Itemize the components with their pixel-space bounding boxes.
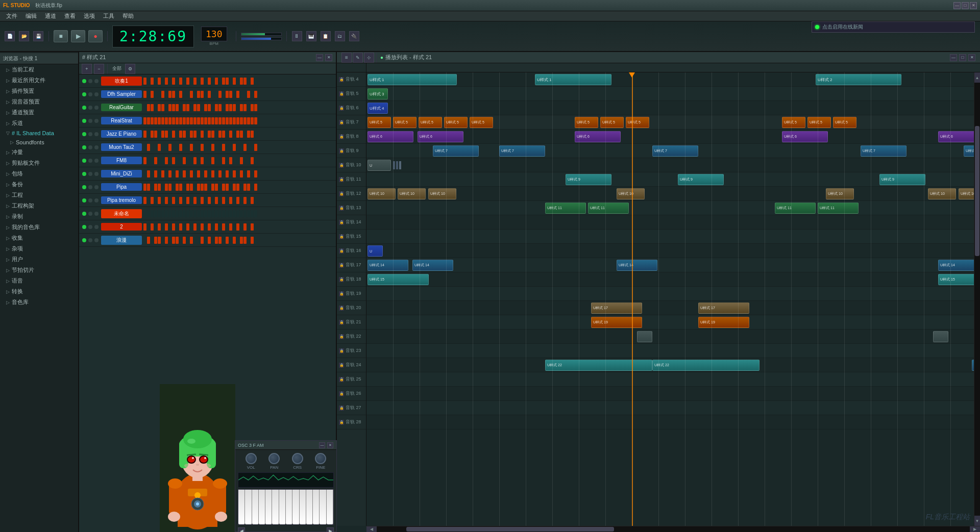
playlist-track-6[interactable]: U样式 4 (366, 101, 974, 115)
lock-icon[interactable]: 🔒 (339, 148, 344, 154)
channel-name-dfh[interactable]: Dfh Sampler (101, 90, 142, 98)
lock-icon[interactable]: 🔒 (339, 206, 344, 211)
scroll-thumb-h[interactable] (406, 527, 614, 531)
ch-solo-dot[interactable] (94, 198, 99, 202)
menu-tools[interactable]: 工具 (100, 11, 117, 21)
bpm-display[interactable]: 130 (201, 27, 227, 41)
pattern-u9-a[interactable]: U样式 9 (566, 174, 611, 185)
pan-knob[interactable] (268, 453, 280, 464)
ch-active-dot[interactable] (82, 106, 86, 110)
ch-steps-jazze[interactable] (143, 131, 334, 138)
scroll-up-arrow[interactable]: ▲ (974, 72, 980, 83)
playlist-track-25[interactable]: U样 24 (366, 372, 974, 387)
playlist-grid[interactable]: U样式 1 U样式 1 U样式 2 U样式 3 U样式 4 U样式 5 U样式 … (366, 72, 974, 526)
pattern-u10-d[interactable]: U样式 10 (617, 188, 645, 199)
pattern-u11-d[interactable]: U样式 11 (818, 202, 859, 214)
key-a2[interactable] (320, 490, 326, 524)
lock-icon[interactable]: 🔒 (339, 220, 344, 225)
maximize-button[interactable]: □ (962, 2, 969, 9)
pl-menu-icon[interactable]: ≡ (341, 53, 352, 63)
fine-knob[interactable] (315, 453, 326, 464)
ch-solo-dot[interactable] (94, 225, 99, 229)
ch-active-dot[interactable] (82, 119, 86, 123)
pattern-u23[interactable]: U样式 23 (972, 360, 974, 371)
pattern-u4[interactable]: U样式 4 (368, 103, 388, 114)
ch-active-dot[interactable] (82, 172, 86, 176)
sidebar-item-tracks[interactable]: ▷ 乐道 (0, 118, 78, 129)
pattern-u14-a[interactable]: U样式 14 (368, 260, 408, 271)
playlist-track-9[interactable]: U样式 7 U样式 7 U样式 7 U样式 7 U样式 7 (366, 144, 974, 158)
pattern-u5-h[interactable]: U样式 5 (626, 117, 649, 128)
pattern-u5-i[interactable]: U样式 5 (782, 117, 805, 128)
lock-icon[interactable]: 🔒 (339, 106, 344, 111)
pattern-u8[interactable]: U (368, 160, 391, 171)
scroll-right-arrow[interactable]: ▶ (970, 526, 980, 532)
pattern-u5-b[interactable]: U样式 5 (393, 117, 416, 128)
ch-mute-dot[interactable] (88, 225, 92, 229)
lock-icon[interactable]: 🔒 (339, 363, 344, 368)
playlist-scrollbar-h[interactable]: ◀ ▶ (366, 526, 980, 532)
lock-icon[interactable]: 🔒 (339, 348, 344, 353)
synth-minimize[interactable]: — (319, 442, 325, 448)
ch-steps-chuizou[interactable] (143, 78, 334, 85)
pattern-u6-a[interactable]: U样式 6 (368, 131, 413, 142)
pattern-u11-c[interactable]: U样式 11 (775, 202, 816, 214)
key-f[interactable] (259, 490, 265, 524)
pattern-u10-a[interactable]: U样式 10 (368, 188, 396, 199)
sidebar-item-vocals[interactable]: ▷ 语音 (0, 275, 78, 286)
pattern-u10-e[interactable]: U样式 10 (826, 188, 854, 199)
key-e[interactable] (252, 490, 259, 524)
plugin-icon[interactable]: 🔌 (349, 31, 359, 41)
ch-mute-dot[interactable] (88, 185, 92, 189)
save-icon[interactable]: 💾 (33, 31, 43, 41)
channel-rack-minimize[interactable]: — (316, 54, 323, 61)
lock-icon[interactable]: 🔒 (339, 320, 344, 325)
new-icon[interactable]: 📄 (5, 31, 15, 41)
vol-knob[interactable] (246, 453, 257, 464)
lock-icon[interactable]: 🔒 (339, 277, 344, 282)
pattern-u6-e[interactable]: U样式 6 (938, 131, 974, 142)
pattern-u11-a[interactable]: U样式 11 (545, 202, 586, 214)
ch-steps-minidizi[interactable] (143, 170, 334, 178)
channel-name-pipa-tremolo[interactable]: Pipa tremolo (101, 196, 142, 204)
scroll-thumb-v[interactable] (975, 126, 979, 256)
open-icon[interactable]: 📂 (19, 31, 29, 41)
channel-name-2[interactable]: 2 (101, 223, 142, 231)
pattern-u10-f[interactable]: U样式 10 (928, 188, 956, 199)
pattern-u-small-b[interactable] (933, 331, 948, 342)
lock-icon[interactable]: 🔒 (339, 291, 344, 296)
sidebar-item-plugin-presets[interactable]: ▷ 插件预置 (0, 86, 78, 96)
playlist-track-24[interactable]: U样式 22 U样式 22 U样式 23 (366, 358, 974, 372)
playlist-track-15[interactable] (366, 230, 974, 244)
key-f2[interactable] (306, 490, 313, 524)
key-c[interactable] (238, 490, 245, 524)
pattern-u19-b[interactable]: U样式 19 (698, 317, 749, 328)
piano-scroll-left[interactable]: ◀ (238, 527, 245, 532)
ch-steps-unnamed[interactable] (143, 210, 334, 217)
channel-name-minidizi[interactable]: Mini_DiZi (101, 170, 142, 178)
ch-steps-fm8[interactable] (143, 157, 334, 164)
ch-mute-dot[interactable] (88, 212, 92, 216)
ch-active-dot[interactable] (82, 145, 86, 149)
ch-steps-realstrat[interactable] (143, 117, 334, 124)
scroll-down-arrow[interactable]: ▼ (974, 516, 980, 526)
pattern-u14-c[interactable]: U样式 14 (617, 260, 657, 271)
ch-del-icon[interactable]: − (94, 64, 104, 74)
pattern-u17-a[interactable]: U样式 17 (591, 302, 642, 314)
pattern-u17-b[interactable]: U样式 17 (698, 302, 749, 314)
ch-steps-realguitar[interactable] (143, 104, 334, 111)
sidebar-item-channel-presets[interactable]: ▷ 通道预置 (0, 107, 78, 118)
ch-mute-dot[interactable] (88, 198, 92, 202)
synth-close[interactable]: ✕ (327, 442, 333, 448)
sidebar-item-misc[interactable]: ▷ 杂项 (0, 243, 78, 254)
ch-settings-icon[interactable]: ⚙ (125, 64, 135, 74)
pattern-u5-j[interactable]: U样式 5 (807, 117, 831, 128)
playlist-track-23[interactable]: U样式 21 (366, 344, 974, 358)
playlist-track-16[interactable]: U (366, 244, 974, 258)
key-a[interactable] (272, 490, 279, 524)
pattern-u9-c[interactable]: U样式 9 (879, 174, 925, 185)
sidebar-item-mixer-presets[interactable]: ▷ 混音器预置 (0, 96, 78, 107)
sidebar-item-user[interactable]: ▷ 用户 (0, 254, 78, 265)
ch-steps-langman[interactable] (143, 237, 334, 244)
ch-solo-dot[interactable] (94, 106, 99, 110)
